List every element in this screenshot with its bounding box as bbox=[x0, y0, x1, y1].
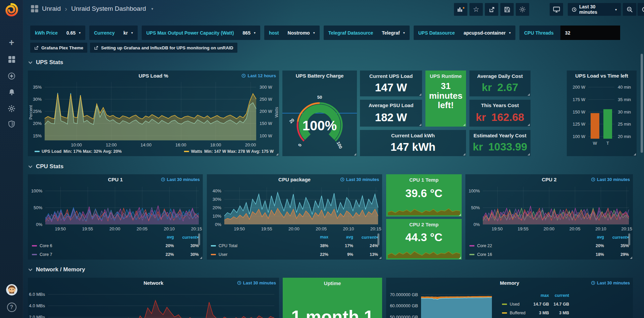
dashboard-settings-button[interactable] bbox=[516, 3, 529, 16]
legend-header-row: maxcurrent bbox=[502, 291, 569, 300]
sidebar-item-configuration[interactable] bbox=[0, 102, 23, 115]
breadcrumb-dashboard-title[interactable]: Unraid System Dashboard bbox=[71, 5, 146, 12]
add-panel-button[interactable] bbox=[454, 3, 467, 16]
panel-time-badge[interactable]: Last 30 minutes bbox=[591, 280, 630, 285]
y-axis-tick: 125 W bbox=[572, 122, 585, 127]
legend-column-header[interactable]: current▾ bbox=[604, 235, 629, 240]
plot-area[interactable]: 70.000000 GB60.000000 GB50.000000 GB bbox=[421, 292, 492, 318]
plot-area[interactable]: 35%30%25%20%15%300 W250 W200 W150 W100 W… bbox=[45, 82, 256, 140]
plot-area[interactable]: 100%50%0%19:5019:5520:0020:0520:1020:15 bbox=[483, 187, 629, 224]
stat-title[interactable]: UPS Runtime bbox=[425, 73, 466, 79]
legend-column-header[interactable]: max bbox=[529, 293, 549, 298]
legend: avgcurrent▾Core 620%30%Core 722%30% bbox=[32, 233, 199, 259]
legend-item[interactable]: Core 7 bbox=[32, 252, 149, 257]
currency-prefix: kr bbox=[482, 81, 492, 94]
page-scrollbar[interactable] bbox=[641, 54, 643, 153]
dashboard-links-row: Grafana Plex ThemeSetting up Grafana and… bbox=[30, 43, 237, 53]
x-axis-tick: 19:50 bbox=[55, 226, 66, 231]
variable-cpu-threads[interactable]: CPU Threads32 bbox=[519, 26, 620, 40]
stat-title[interactable]: Average PSU Load bbox=[360, 102, 422, 108]
section-header-network-memory[interactable]: Network / Memory bbox=[28, 266, 85, 273]
stat-title[interactable]: Estimated Yearly Cost bbox=[469, 133, 531, 138]
stat-title[interactable]: Uptime bbox=[283, 280, 382, 286]
zoom-out-button[interactable] bbox=[623, 3, 636, 16]
grafana-logo[interactable] bbox=[4, 3, 18, 17]
variable-telegraf-datasource[interactable]: Telegraf DatasourceTelegraf▾ bbox=[324, 26, 410, 40]
stat-title[interactable]: Current UPS Load bbox=[360, 73, 422, 79]
sidebar-item-help[interactable]: ? bbox=[0, 301, 23, 314]
stat-title[interactable]: Current Load kWh bbox=[360, 133, 466, 138]
sidebar-item-explore[interactable] bbox=[0, 70, 23, 82]
variable-kwh-price[interactable]: kWh Price0.65▾ bbox=[30, 26, 85, 40]
legend-item[interactable]: CPU Total bbox=[211, 243, 304, 248]
legend-item[interactable]: Core 22 bbox=[469, 243, 579, 248]
legend-item[interactable]: UPS LoadMin: 17% Max: 32% Avg: 20% bbox=[35, 149, 122, 154]
dashboard-link[interactable]: Setting up Grafana and InfluxDB for UPS … bbox=[90, 43, 237, 53]
legend-column-header[interactable]: avg bbox=[328, 235, 353, 239]
external-link-icon bbox=[94, 46, 98, 50]
legend-item[interactable]: Core 6 bbox=[32, 243, 149, 248]
variable-input[interactable]: 32 bbox=[560, 26, 620, 40]
legend-column-header[interactable]: current▾ bbox=[353, 235, 378, 240]
panel-cpu-1: CPU 1 Last 30 minutes 100%50%0%19:5019:5… bbox=[28, 174, 203, 260]
legend-item[interactable]: Buffered bbox=[502, 311, 529, 315]
section-header-cpu-stats[interactable]: CPU Stats bbox=[28, 163, 63, 170]
sidebar-item-profile[interactable] bbox=[0, 283, 23, 297]
stat-title[interactable]: Average Daily Cost bbox=[469, 73, 531, 79]
sidebar-item-dashboards[interactable] bbox=[0, 53, 23, 65]
clock-icon bbox=[572, 7, 577, 12]
legend-column-header[interactable]: current▾ bbox=[174, 235, 199, 240]
legend-column-header[interactable]: avg bbox=[579, 235, 604, 239]
legend-item[interactable]: Used bbox=[502, 302, 529, 307]
plot-area[interactable]: 200 W175 W150 W125 W100 W40 min35 min30 … bbox=[588, 85, 614, 139]
plot-area[interactable]: 100%50%0%19:5019:5520:0020:0520:1020:15 bbox=[45, 187, 199, 224]
legend-label: Used bbox=[510, 302, 519, 307]
time-range-picker[interactable]: Last 30 minutes ▾ bbox=[568, 3, 621, 16]
panel-time-badge[interactable]: Last 12 hours bbox=[241, 73, 276, 78]
clock-icon bbox=[340, 177, 344, 182]
stat-title[interactable]: This Years Cost bbox=[469, 102, 531, 108]
sidebar-item-create[interactable]: + bbox=[0, 37, 23, 49]
sidebar-item-server-admin[interactable] bbox=[0, 118, 23, 130]
section-header-ups-stats[interactable]: UPS Stats bbox=[28, 59, 63, 66]
variable-ups-max-output-power-capacity-watt-[interactable]: UPS Max Output Power Capacity (Watt)865▾ bbox=[142, 26, 260, 40]
panel-time-badge[interactable]: Last 30 minutes bbox=[340, 177, 379, 182]
save-dashboard-button[interactable] bbox=[500, 3, 514, 16]
x-axis-tick: 20:15 bbox=[191, 226, 202, 231]
panel-time-badge[interactable]: Last 30 minutes bbox=[161, 177, 200, 182]
stat-title[interactable]: CPU 2 Temp bbox=[386, 222, 462, 227]
legend-column-header[interactable]: avg bbox=[149, 235, 174, 239]
star-dashboard-button[interactable]: ☆ bbox=[469, 3, 483, 16]
refresh-button[interactable] bbox=[638, 3, 644, 16]
legend-column-header[interactable]: current bbox=[549, 293, 569, 298]
legend-scrollbar[interactable] bbox=[198, 233, 200, 245]
legend: avgcurrent▾Core 2220%35%Core 1618%29% bbox=[469, 233, 629, 259]
legend-item[interactable]: User bbox=[211, 252, 304, 257]
y-axis-tick: 150 W bbox=[260, 121, 272, 126]
variable-label: Telegraf Datasource bbox=[328, 30, 373, 36]
stat-value: 44.3 °C bbox=[386, 231, 462, 244]
legend-item[interactable]: Core 16 bbox=[469, 252, 579, 257]
y-axis-tick: 200 W bbox=[572, 85, 585, 90]
variable-ups-datasource[interactable]: UPS Datasourceapcupsd-container▾ bbox=[414, 26, 515, 40]
plot-area[interactable]: 40%30%20%10%0%19:5019:5520:0020:0520:102… bbox=[224, 187, 378, 224]
legend-column-header[interactable]: max bbox=[304, 235, 328, 239]
variable-currency[interactable]: Currencykr▾ bbox=[89, 26, 138, 40]
legend-scrollbar[interactable] bbox=[628, 233, 630, 245]
breadcrumb-folder[interactable]: Unraid bbox=[42, 5, 61, 12]
chevron-down-icon[interactable]: ▾ bbox=[151, 7, 153, 11]
stat-title[interactable]: CPU 1 Temp bbox=[386, 177, 462, 183]
share-dashboard-button[interactable] bbox=[485, 3, 498, 16]
plot-area[interactable]: 6.0 MBs4.0 MBs2.0 MBs bbox=[48, 288, 274, 318]
panel-time-badge[interactable]: Last 30 minutes bbox=[237, 280, 276, 285]
y-axis-tick: 2.0 MBs bbox=[29, 315, 45, 318]
legend-item[interactable]: WattsMin: 147 W Max: 278 W Avg: 175 W bbox=[184, 149, 274, 154]
cycle-view-mode-button[interactable] bbox=[550, 3, 563, 16]
dashboard-link[interactable]: Grafana Plex Theme bbox=[30, 43, 87, 53]
y-axis-tick: 40% bbox=[213, 188, 221, 193]
sidebar-item-alerting[interactable] bbox=[0, 86, 23, 98]
variable-host[interactable]: hostNostromo▾ bbox=[264, 26, 320, 40]
panel-title[interactable]: UPS Load vs Time left bbox=[567, 73, 637, 79]
panel-time-badge[interactable]: Last 30 minutes bbox=[591, 177, 630, 182]
legend-scrollbar[interactable] bbox=[377, 233, 379, 245]
